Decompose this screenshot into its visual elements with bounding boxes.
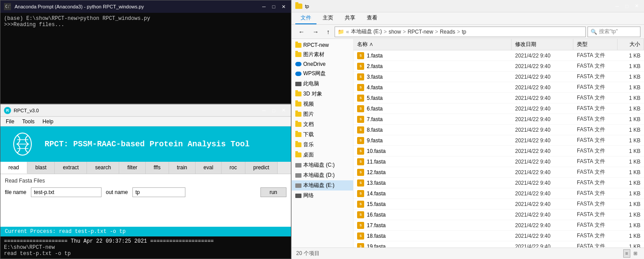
run-button[interactable]: run (260, 187, 286, 197)
file-row[interactable]: S 1.fasta 2021/4/22 9:40 FASTA 文件 1 KB (354, 50, 644, 61)
sidebar-item-图片[interactable]: 图片 (292, 109, 353, 119)
address-part-3[interactable]: Reads (440, 29, 455, 35)
rpct-tab-filter[interactable]: filter (119, 162, 146, 174)
file-type: FASTA 文件 (573, 211, 618, 218)
menu-tools[interactable]: Tools (19, 118, 38, 126)
rpct-minimize-button[interactable]: ─ (260, 107, 268, 114)
sidebar-label: 视频 (303, 100, 314, 108)
out-name-input[interactable] (132, 187, 185, 197)
sidebar-item-视频[interactable]: 视频 (292, 99, 353, 109)
file-type: FASTA 文件 (573, 115, 618, 123)
address-part-4[interactable]: tp (462, 29, 466, 35)
cmd-close-button[interactable]: ✕ (279, 3, 287, 11)
fasta-icon: S (357, 95, 364, 102)
sidebar-item-本地磁盘 (C:)[interactable]: 本地磁盘 (C:) (292, 160, 353, 170)
file-size: 1 KB (618, 74, 644, 80)
file-row[interactable]: S 15.fasta 2021/4/22 9:40 FASTA 文件 1 KB (354, 199, 644, 209)
sidebar-item-图片素材[interactable]: 图片素材 (292, 50, 353, 60)
file-row[interactable]: S 3.fasta 2021/4/22 9:40 FASTA 文件 1 KB (354, 72, 644, 82)
sidebar-item-本地磁盘 (D:)[interactable]: 本地磁盘 (D:) (292, 170, 353, 180)
search-bar[interactable]: 🔍 搜索"tp" (588, 27, 640, 37)
menu-help[interactable]: Help (39, 118, 57, 126)
sidebar-item-RPCT-new[interactable]: RPCT-new (292, 41, 353, 50)
sidebar-item-桌面[interactable]: 桌面 (292, 150, 353, 160)
address-part-1[interactable]: show (388, 29, 401, 35)
file-row[interactable]: S 14.fasta 2021/4/22 9:40 FASTA 文件 1 KB (354, 188, 644, 199)
file-row[interactable]: S 5.fasta 2021/4/22 9:40 FASTA 文件 1 KB (354, 93, 644, 103)
column-size-header[interactable]: 大小 (618, 39, 644, 50)
detail-view-button[interactable]: ≡ (623, 249, 630, 258)
ribbon-tab-文件[interactable]: 文件 (295, 12, 316, 24)
sidebar-label: OneDrive (303, 61, 326, 67)
file-name: 2.fasta (367, 63, 383, 69)
menu-file[interactable]: File (2, 118, 18, 126)
rpct-tab-eval[interactable]: eval (196, 162, 222, 174)
file-row[interactable]: S 4.fasta 2021/4/22 9:40 FASTA 文件 1 KB (354, 82, 644, 93)
rpct-maximize-button[interactable]: □ (270, 107, 278, 114)
view-icons: ≡ ⊞ (623, 249, 640, 258)
file-row[interactable]: S 2.fasta 2021/4/22 9:40 FASTA 文件 1 KB (354, 61, 644, 72)
file-size: 1 KB (618, 63, 644, 69)
rpct-tab-fffs[interactable]: fffs (146, 162, 169, 174)
explorer-body: RPCT-new图片素材OneDriveWPS网盘此电脑3D 对象视频图片文档下… (292, 39, 644, 248)
large-icon-view-button[interactable]: ⊞ (631, 249, 640, 258)
file-name-cell: S 4.fasta (354, 84, 512, 91)
address-bar[interactable]: 📁 «本地磁盘 (E:) > show > RPCT-new > Reads >… (335, 27, 586, 37)
drive-icon (295, 173, 301, 178)
file-name-cell: S 2.fasta (354, 63, 512, 70)
address-part-2[interactable]: RPCT-new (407, 29, 433, 35)
file-row[interactable]: S 11.fasta 2021/4/22 9:40 FASTA 文件 1 KB (354, 156, 644, 167)
folder-icon (295, 52, 301, 57)
rpct-close-button[interactable]: ✕ (279, 107, 287, 114)
rpct-tab-extract[interactable]: extract (55, 162, 87, 174)
rpct-tab-read[interactable]: read (0, 162, 27, 174)
sidebar-item-OneDrive[interactable]: OneDrive (292, 60, 353, 69)
sidebar-item-音乐[interactable]: 音乐 (292, 140, 353, 150)
sidebar-item-WPS网盘[interactable]: WPS网盘 (292, 69, 353, 79)
sidebar-item-文档[interactable]: 文档 (292, 119, 353, 130)
forward-button[interactable]: → (309, 27, 322, 37)
sidebar-item-下载[interactable]: 下载 (292, 130, 353, 140)
address-part-0[interactable]: 本地磁盘 (E:) (351, 28, 382, 35)
ribbon-tab-查看[interactable]: 查看 (362, 12, 383, 24)
ribbon-tab-共享[interactable]: 共享 (339, 12, 361, 24)
rpct-tab-predict[interactable]: predict (245, 162, 278, 174)
rpct-tab-train[interactable]: train (169, 162, 196, 174)
file-row[interactable]: S 19.fasta 2021/4/22 9:40 FASTA 文件 1 KB (354, 241, 644, 248)
column-type-header[interactable]: 类型 (573, 39, 618, 50)
rpct-tab-search[interactable]: search (87, 162, 119, 174)
back-button[interactable]: ← (295, 27, 308, 37)
sidebar-item-3D 对象[interactable]: 3D 对象 (292, 89, 353, 99)
file-name-cell: S 10.fasta (354, 148, 512, 155)
sidebar-label: 网络 (303, 192, 314, 199)
sidebar-item-此电脑[interactable]: 此电脑 (292, 79, 353, 89)
column-name-header[interactable]: 名称 ∧ (354, 39, 512, 50)
cmd-maximize-button[interactable]: □ (270, 3, 278, 11)
file-row[interactable]: S 6.fasta 2021/4/22 9:40 FASTA 文件 1 KB (354, 103, 644, 114)
file-row[interactable]: S 16.fasta 2021/4/22 9:40 FASTA 文件 1 KB (354, 209, 644, 220)
file-type: FASTA 文件 (573, 105, 618, 112)
file-row[interactable]: S 9.fasta 2021/4/22 9:40 FASTA 文件 1 KB (354, 135, 644, 146)
file-row[interactable]: S 8.fasta 2021/4/22 9:40 FASTA 文件 1 KB (354, 125, 644, 135)
sidebar-item-网络[interactable]: 网络 (292, 190, 353, 201)
file-row[interactable]: S 18.fasta 2021/4/22 9:40 FASTA 文件 1 KB (354, 231, 644, 241)
explorer-close-button[interactable]: ✕ (633, 2, 640, 10)
file-name-input[interactable] (31, 187, 102, 197)
rpct-tab-blast[interactable]: blast (27, 162, 55, 174)
rpct-content: Read Fasta Files file name out name run (0, 174, 291, 227)
file-row[interactable]: S 17.fasta 2021/4/22 9:40 FASTA 文件 1 KB (354, 220, 644, 231)
file-row[interactable]: S 13.fasta 2021/4/22 9:40 FASTA 文件 1 KB (354, 178, 644, 188)
file-row[interactable]: S 12.fasta 2021/4/22 9:40 FASTA 文件 1 KB (354, 167, 644, 178)
column-date-header[interactable]: 修改日期 (512, 39, 573, 50)
sidebar-item-本地磁盘 (E:)[interactable]: 本地磁盘 (E:) (292, 180, 353, 190)
rpct-tab-roc[interactable]: roc (222, 162, 245, 174)
file-row[interactable]: S 10.fasta 2021/4/22 9:40 FASTA 文件 1 KB (354, 146, 644, 156)
file-name-cell: S 13.fasta (354, 179, 512, 187)
explorer-minimize-button[interactable]: ─ (613, 2, 621, 10)
ribbon-tab-主页[interactable]: 主页 (317, 12, 339, 24)
fasta-icon: S (357, 232, 364, 240)
up-button[interactable]: ↑ (324, 27, 333, 37)
file-row[interactable]: S 7.fasta 2021/4/22 9:40 FASTA 文件 1 KB (354, 114, 644, 125)
cmd-minimize-button[interactable]: ─ (260, 3, 268, 11)
explorer-maximize-button[interactable]: □ (623, 2, 631, 10)
